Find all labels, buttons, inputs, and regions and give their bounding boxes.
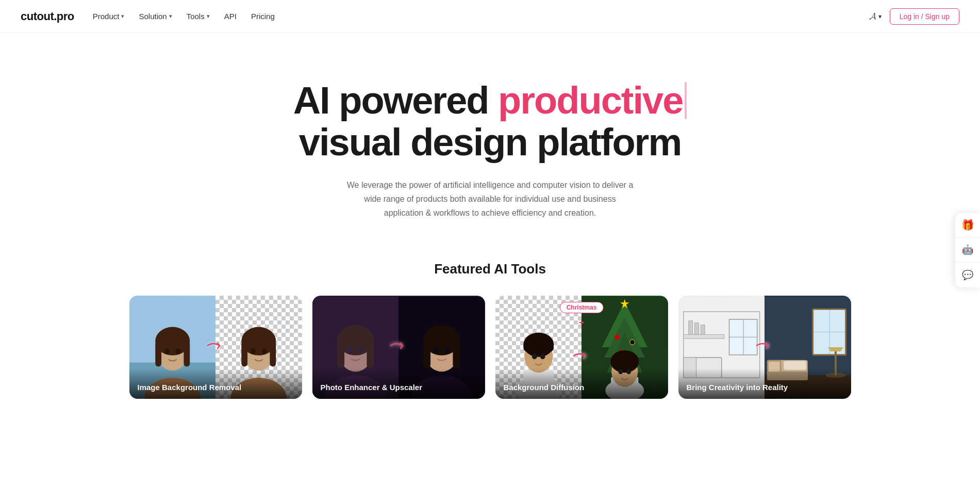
svg-point-35	[434, 347, 439, 353]
hero-section: AI powered productive visual design plat…	[0, 33, 980, 251]
card-label: Bring Creativity into Reality	[678, 368, 851, 399]
card-label: Image Background Removal	[129, 368, 302, 399]
svg-rect-34	[453, 341, 460, 368]
nav-product[interactable]: Product ▾	[93, 12, 125, 21]
gift-icon: 🎁	[961, 219, 974, 231]
svg-point-55	[630, 340, 635, 345]
svg-point-46	[541, 336, 551, 347]
card-enhancer[interactable]: Photo Enhancer & Upscaler	[312, 296, 485, 399]
svg-point-19	[262, 348, 267, 354]
robot-icon: 🤖	[962, 244, 973, 255]
featured-section: Featured AI Tools	[0, 251, 980, 420]
svg-rect-33	[423, 341, 430, 368]
svg-rect-17	[270, 342, 276, 367]
card-label: Background Diffusion	[495, 368, 668, 399]
hero-highlight: productive	[498, 79, 687, 121]
card-bg-removal[interactable]: Image Background Removal	[129, 296, 302, 399]
plus-icon: +	[579, 317, 585, 328]
logo[interactable]: cutout.pro	[21, 10, 74, 23]
svg-marker-93	[828, 347, 843, 351]
svg-rect-7	[155, 342, 161, 367]
svg-point-18	[251, 348, 256, 354]
svg-rect-75	[683, 335, 724, 339]
svg-point-36	[445, 347, 450, 353]
card-creativity[interactable]: Bring Creativity into Reality	[678, 296, 851, 399]
navigation: cutout.pro Product ▾ Solution ▾ Tools ▾ …	[0, 0, 980, 33]
svg-point-48	[540, 354, 545, 360]
svg-rect-78	[701, 325, 705, 335]
nav-api[interactable]: API	[224, 12, 237, 21]
card-diffusion[interactable]: Christmas +	[495, 296, 668, 399]
robot-button[interactable]: 🤖	[955, 238, 980, 263]
hero-subtitle: We leverage the power of artificial inte…	[346, 178, 635, 220]
chevron-down-icon: ▾	[169, 13, 172, 20]
svg-rect-76	[688, 321, 692, 335]
svg-point-63	[611, 359, 620, 368]
nav-right: 𝓐 ▾ Log in / Sign up	[869, 8, 959, 25]
chevron-down-icon: ▾	[207, 13, 210, 20]
cards-row: Image Background Removal	[129, 296, 851, 399]
section-title: Featured AI Tools	[21, 261, 959, 277]
nav-pricing[interactable]: Pricing	[251, 12, 275, 21]
christmas-badge: Christmas	[560, 302, 604, 313]
svg-point-47	[531, 354, 537, 360]
svg-point-64	[629, 359, 639, 368]
svg-point-9	[164, 348, 169, 354]
nav-links: Product ▾ Solution ▾ Tools ▾ API Pricing	[93, 12, 275, 21]
svg-rect-8	[184, 342, 190, 367]
svg-point-45	[526, 336, 536, 347]
chevron-down-icon: ▾	[121, 13, 124, 20]
chat-icon: 💬	[962, 269, 973, 281]
svg-point-10	[175, 348, 180, 354]
cursor-blink	[685, 82, 687, 119]
svg-point-54	[614, 335, 620, 340]
nav-tools[interactable]: Tools ▾	[187, 12, 210, 21]
nav-left: cutout.pro Product ▾ Solution ▾ Tools ▾ …	[21, 10, 275, 23]
login-button[interactable]: Log in / Sign up	[890, 8, 959, 25]
floating-sidebar: 🎁 🤖 💬	[955, 213, 980, 287]
hero-title: AI powered productive visual design plat…	[258, 79, 722, 164]
card-label: Photo Enhancer & Upscaler	[312, 368, 485, 399]
chat-button[interactable]: 💬	[955, 263, 980, 287]
translate-icon: 𝓐	[869, 11, 876, 22]
svg-rect-77	[694, 323, 699, 335]
gift-button[interactable]: 🎁	[955, 213, 980, 238]
language-button[interactable]: 𝓐 ▾	[869, 11, 882, 22]
svg-rect-16	[241, 342, 247, 367]
nav-solution[interactable]: Solution ▾	[139, 12, 172, 21]
